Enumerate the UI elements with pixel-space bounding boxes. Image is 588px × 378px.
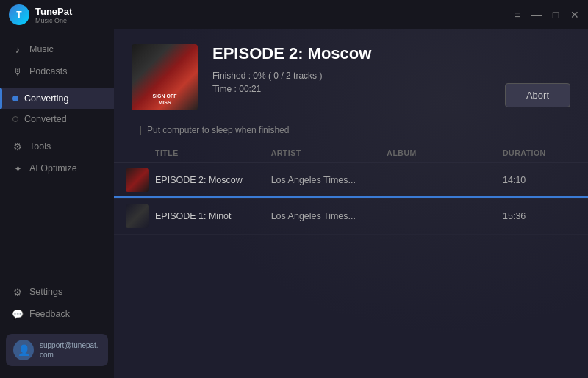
sidebar: ♪ Music 🎙 Podcasts Converting Converted <box>0 29 114 378</box>
col-title: TITLE <box>155 149 271 157</box>
sidebar-item-label: Converted <box>24 114 67 124</box>
sidebar-item-tools[interactable]: ⚙ Tools <box>0 135 114 157</box>
converted-dot-icon <box>12 116 18 122</box>
track-artist: Los Angeles Times... <box>271 211 387 221</box>
ai-optimize-icon: ✦ <box>12 163 24 174</box>
sidebar-mid-section: Converting Converted <box>0 85 114 132</box>
app-name-block: TunePat Music One <box>35 6 72 24</box>
main-layout: ♪ Music 🎙 Podcasts Converting Converted <box>0 29 588 378</box>
track-duration: 14:10 <box>503 175 576 185</box>
track-title-cell: EPISODE 2: Moscow <box>155 175 271 185</box>
sidebar-item-label: AI Optimize <box>29 163 77 174</box>
user-email: support@tunepat.com <box>40 340 101 360</box>
table-row[interactable]: EPISODE 1: Minot Los Angeles Times... 15… <box>114 199 588 235</box>
sidebar-item-music[interactable]: ♪ Music <box>0 38 114 60</box>
album-time: Time : 00:21 <box>212 84 490 94</box>
track-table: TITLE ARTIST ALBUM DURATION EPISODE 2: M… <box>114 144 588 378</box>
content-area: SIGN OFFMISS EPISODE 2: Moscow Finished … <box>114 29 588 378</box>
album-art: SIGN OFFMISS <box>132 44 198 110</box>
sidebar-item-converted[interactable]: Converted <box>0 109 114 129</box>
title-bar-left: T TunePat Music One <box>9 4 72 25</box>
track-name: EPISODE 1: Minot <box>155 211 232 221</box>
sidebar-tools-section: ⚙ Tools ✦ AI Optimize <box>0 132 114 182</box>
maximize-button[interactable]: □ <box>551 10 560 19</box>
sleep-checkbox[interactable] <box>132 126 141 135</box>
col-artist: ARTIST <box>271 149 387 157</box>
music-icon: ♪ <box>12 43 24 55</box>
app-logo: T <box>9 4 29 25</box>
close-button[interactable]: ✕ <box>570 10 579 19</box>
sidebar-item-label: Tools <box>29 141 51 151</box>
sidebar-top-section: ♪ Music 🎙 Podcasts <box>0 35 114 85</box>
sleep-label: Put computer to sleep when finished <box>147 125 289 135</box>
sidebar-item-settings[interactable]: ⚙ Settings <box>0 281 114 303</box>
sidebar-item-label: Music <box>29 44 54 54</box>
sidebar-item-label: Podcasts <box>29 66 67 76</box>
col-duration: DURATION <box>503 149 576 157</box>
feedback-icon: 💬 <box>12 308 24 320</box>
sidebar-item-label: Feedback <box>29 309 70 319</box>
title-bar-controls: ≡ — □ ✕ <box>513 10 579 19</box>
top-section: SIGN OFFMISS EPISODE 2: Moscow Finished … <box>114 29 588 122</box>
abort-button[interactable]: Abort <box>505 83 570 107</box>
converting-dot-icon <box>12 96 18 101</box>
tools-icon: ⚙ <box>12 140 24 152</box>
sidebar-item-ai-optimize[interactable]: ✦ AI Optimize <box>0 157 114 179</box>
album-title: EPISODE 2: Moscow <box>212 44 490 63</box>
sidebar-item-converting[interactable]: Converting <box>0 88 114 109</box>
track-name: EPISODE 2: Moscow <box>155 175 243 185</box>
sidebar-item-label: Converting <box>24 93 68 104</box>
app-subtitle: Music One <box>35 17 72 24</box>
col-thumb <box>126 149 155 157</box>
table-header: TITLE ARTIST ALBUM DURATION <box>114 144 588 163</box>
sidebar-item-feedback[interactable]: 💬 Feedback <box>0 303 114 325</box>
settings-icon: ⚙ <box>12 286 24 298</box>
table-row[interactable]: EPISODE 2: Moscow Los Angeles Times... 1… <box>114 163 588 199</box>
col-album: ALBUM <box>387 149 503 157</box>
user-profile[interactable]: 👤 support@tunepat.com <box>6 334 108 366</box>
album-status: Finished : 0% ( 0 / 2 tracks ) <box>212 71 490 81</box>
album-art-text: SIGN OFFMISS <box>152 93 176 106</box>
title-bar: T TunePat Music One ≡ — □ ✕ <box>0 0 588 29</box>
app-window: T TunePat Music One ≡ — □ ✕ ♪ Music 🎙 P <box>0 0 588 378</box>
album-art-inner: SIGN OFFMISS <box>132 44 198 110</box>
sidebar-item-podcasts[interactable]: 🎙 Podcasts <box>0 60 114 82</box>
avatar: 👤 <box>13 340 34 360</box>
track-artist: Los Angeles Times... <box>271 175 387 185</box>
menu-button[interactable]: ≡ <box>513 10 522 19</box>
minimize-button[interactable]: — <box>532 10 541 19</box>
track-title-cell: EPISODE 1: Minot <box>155 211 271 221</box>
track-duration: 15:36 <box>503 211 576 221</box>
app-name: TunePat <box>35 6 72 17</box>
track-thumbnail <box>126 168 149 192</box>
podcasts-icon: 🎙 <box>12 65 24 77</box>
sidebar-bottom-section: ⚙ Settings 💬 Feedback <box>0 278 114 328</box>
sidebar-item-label: Settings <box>29 287 62 297</box>
sleep-row: Put computer to sleep when finished <box>114 122 588 144</box>
album-info: EPISODE 2: Moscow Finished : 0% ( 0 / 2 … <box>212 44 490 94</box>
track-thumbnail <box>126 204 149 228</box>
